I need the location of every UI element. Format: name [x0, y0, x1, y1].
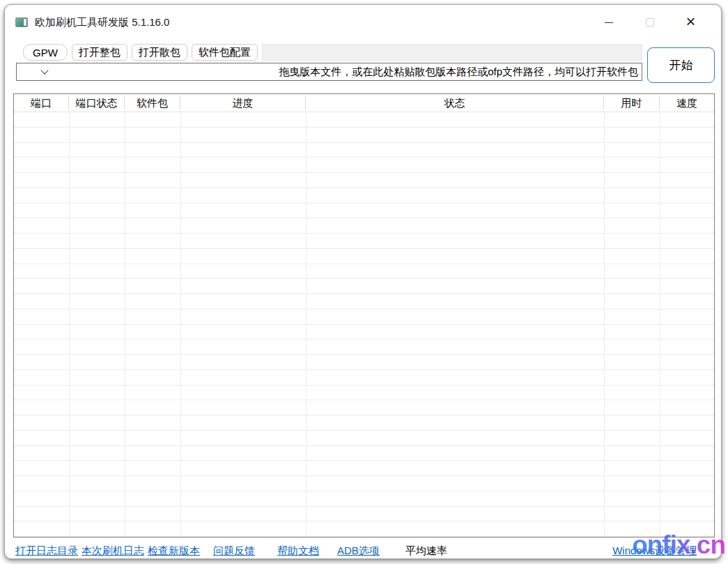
title-bar: 欧加刷机工具研发版 5.1.16.0 × [5, 5, 721, 40]
column-header-5: 状态 [306, 96, 604, 110]
column-divider [69, 112, 70, 537]
column-divider [180, 112, 181, 537]
feedback-link[interactable]: 问题反馈 [213, 544, 255, 558]
gpw-button[interactable]: GPW [23, 44, 68, 61]
toolbar-spacer [262, 44, 642, 61]
table-row [14, 112, 714, 128]
table-row [14, 173, 714, 188]
column-divider [306, 112, 307, 537]
open-scattered-package-button[interactable]: 打开散包 [132, 44, 187, 61]
table-row [14, 325, 714, 340]
table-row [14, 264, 714, 280]
table-row [14, 416, 714, 431]
adb-options-link[interactable]: ADB选项 [337, 544, 380, 558]
table-row [14, 204, 714, 219]
table-row [14, 386, 714, 401]
table-row [14, 294, 714, 310]
table-row [14, 310, 714, 325]
help-doc-link[interactable]: 帮助文档 [277, 544, 319, 558]
table-row [14, 461, 714, 476]
open-log-directory-link[interactable]: 打开日志目录 [15, 544, 78, 558]
table-row [14, 476, 714, 491]
maximize-icon [646, 18, 654, 26]
average-rate-label: 平均速率 [405, 544, 447, 558]
package-config-button[interactable]: 软件包配置 [192, 44, 258, 61]
table-row [14, 143, 714, 158]
table-row [14, 234, 714, 249]
column-header-3: 软件包 [125, 96, 180, 110]
table-row [14, 188, 714, 204]
table-row [14, 218, 714, 234]
package-path-combobox[interactable]: 拖曳版本文件，或在此处粘贴散包版本路径或ofp文件路径，均可以打开软件包 [16, 63, 642, 81]
window-controls: × [588, 5, 711, 40]
minimize-button[interactable] [588, 5, 629, 40]
app-window: 欧加刷机工具研发版 5.1.16.0 × GPW打开整包打开散包软件包配置 拖曳… [4, 4, 722, 559]
column-header-6: 用时 [604, 96, 660, 110]
table-row [14, 431, 714, 446]
minimize-icon [605, 22, 613, 23]
column-divider [125, 112, 125, 537]
close-button[interactable]: × [670, 5, 711, 40]
table-row [14, 370, 714, 386]
check-new-version-link[interactable]: 检查新版本 [148, 544, 200, 558]
column-header-7: 速度 [660, 96, 714, 110]
column-header-1: 端口 [14, 96, 69, 110]
start-button[interactable]: 开始 [647, 47, 715, 83]
table-row [14, 446, 714, 462]
column-divider [604, 112, 605, 537]
table-row [14, 400, 714, 416]
app-icon [15, 17, 28, 27]
toolbar-button-row: GPW打开整包打开散包软件包配置 [23, 44, 642, 61]
table-row [14, 128, 714, 143]
table-row [14, 340, 714, 355]
windows-device-manager-link[interactable]: Windows设备管理 [612, 544, 697, 558]
table-row [14, 521, 714, 537]
table-row [14, 249, 714, 264]
column-header-2: 端口状态 [69, 96, 125, 110]
close-icon: × [686, 13, 695, 30]
table-header-row: 端口端口状态软件包进度状态用时速度 [14, 94, 714, 112]
window-title: 欧加刷机工具研发版 5.1.16.0 [35, 16, 169, 29]
table-row [14, 158, 714, 173]
maximize-button[interactable] [629, 5, 670, 40]
combobox-placeholder: 拖曳版本文件，或在此处粘贴散包版本路径或ofp文件路径，均可以打开软件包 [47, 66, 642, 79]
toolbar: GPW打开整包打开散包软件包配置 拖曳版本文件，或在此处粘贴散包版本路径或ofp… [16, 44, 715, 88]
device-table: 端口端口状态软件包进度状态用时速度 [13, 93, 715, 538]
open-full-package-button[interactable]: 打开整包 [72, 44, 127, 61]
table-row [14, 279, 714, 294]
table-row [14, 355, 714, 370]
column-divider [660, 112, 660, 537]
toolbar-left: GPW打开整包打开散包软件包配置 拖曳版本文件，或在此处粘贴散包版本路径或ofp… [16, 44, 642, 81]
table-row [14, 491, 714, 507]
table-body [14, 112, 714, 537]
status-bar: 打开日志目录本次刷机日志检查新版本问题反馈帮助文档ADB选项 平均速率 Wind… [15, 542, 715, 559]
current-flash-log-link[interactable]: 本次刷机日志 [82, 544, 144, 558]
column-header-4: 进度 [180, 96, 306, 110]
status-links: 打开日志目录本次刷机日志检查新版本问题反馈帮助文档ADB选项 [15, 544, 380, 558]
table-row [14, 507, 714, 522]
